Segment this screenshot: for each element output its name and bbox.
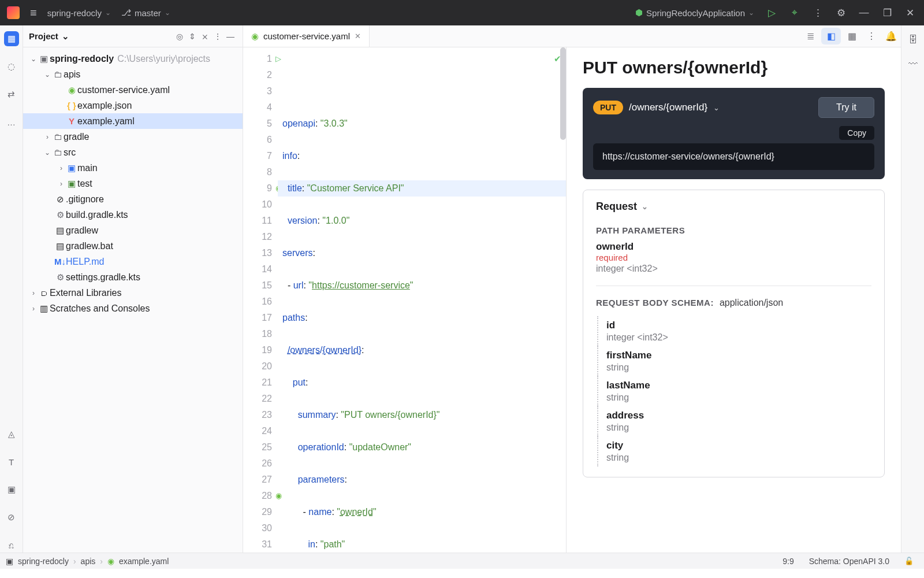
build-tool-icon[interactable]: T xyxy=(4,454,19,469)
scratches-icon: ▥ xyxy=(38,303,50,314)
markdown-file-icon: M↓ xyxy=(54,257,66,266)
left-toolstrip: ▦ ◌ ⇄ … ◬ T ▣ ⊘ ⎌ xyxy=(0,25,23,553)
tree-label: gradle xyxy=(64,132,89,142)
tree-file-gitignore[interactable]: ⊘ .gitignore xyxy=(23,191,243,207)
titlebar: ≡ spring-redocly ⌄ ⎇ master ⌄ ⬢ SpringRe… xyxy=(0,0,924,25)
commit-tool-icon[interactable]: ◌ xyxy=(4,59,19,74)
full-url: https://customer-service/owners/{ownerId… xyxy=(593,143,874,170)
editor-tab[interactable]: ◉ customer-service.yaml ✕ xyxy=(243,25,370,47)
source-folder-icon: ▣ xyxy=(66,163,77,173)
tree-folder-test[interactable]: › ▣ test xyxy=(23,176,243,191)
chevron-right-icon: › xyxy=(57,180,66,188)
more-actions-icon[interactable]: ⋮ xyxy=(812,7,824,19)
debug-button-icon[interactable]: ⌖ xyxy=(789,7,800,18)
settings-icon[interactable]: ⚙ xyxy=(835,7,847,19)
schema-field-type: string xyxy=(606,392,871,403)
tree-file-example-json[interactable]: { } example.json xyxy=(23,98,243,113)
editor-only-view-icon[interactable]: ≣ xyxy=(800,25,820,47)
project-panel-title[interactable]: Project ⌄ xyxy=(29,31,69,42)
tree-label: gradlew xyxy=(66,225,98,236)
main-menu-icon[interactable]: ≡ xyxy=(30,6,37,20)
schema-field-type: integer <int32> xyxy=(606,332,871,343)
tree-folder-main[interactable]: › ▣ main xyxy=(23,160,243,176)
tree-file-build-gradle-kts[interactable]: ⚙ build.gradle.kts xyxy=(23,207,243,223)
split-view-icon[interactable]: ◧ xyxy=(821,28,841,45)
problems-tool-icon[interactable]: ⊘ xyxy=(4,510,19,525)
services-tool-icon[interactable]: ◬ xyxy=(4,427,19,442)
chevron-down-icon: ⌄ xyxy=(105,9,111,17)
tree-file-gradlew[interactable]: ▤ gradlew xyxy=(23,223,243,238)
caret-position[interactable]: 9:9 xyxy=(778,557,798,566)
folder-icon: 🗀 xyxy=(52,132,64,142)
endpoints-tool-icon[interactable]: 〰 xyxy=(907,59,919,71)
breadcrumb[interactable]: ▣ spring-redocly › apis › ◉ example.yaml xyxy=(6,557,169,566)
tree-label: External Libraries xyxy=(50,288,122,298)
close-window-icon[interactable]: ✕ xyxy=(904,7,916,19)
chevron-down-icon: ⌄ xyxy=(165,9,170,17)
readonly-lock-icon[interactable]: 🔓 xyxy=(900,557,918,565)
param-type: integer <int32> xyxy=(596,264,871,274)
tree-external-libraries[interactable]: › ⫐ External Libraries xyxy=(23,285,243,301)
tree-label: example.yaml xyxy=(77,116,135,127)
hide-panel-icon[interactable]: — xyxy=(224,32,237,41)
schema-field-type: string xyxy=(606,362,871,373)
tree-root[interactable]: ⌄ ▣ spring-redocly C:\Users\yuriy\projec… xyxy=(23,51,243,66)
collapse-all-icon[interactable]: ⨯ xyxy=(199,32,211,41)
editor-tabbar: ◉ customer-service.yaml ✕ ≣ ◧ ▦ ⋮ 🔔 xyxy=(243,25,901,47)
tree-scratches[interactable]: › ▥ Scratches and Consoles xyxy=(23,301,243,316)
breadcrumb-item: spring-redocly xyxy=(18,557,69,566)
database-tool-icon[interactable]: 🗄 xyxy=(907,35,919,46)
right-toolstrip: 🗄 〰 xyxy=(901,25,924,553)
openapi-file-icon: ◉ xyxy=(66,85,77,95)
run-config-selector[interactable]: ⬢ SpringRedoclyApplication ⌄ xyxy=(635,8,754,18)
tree-folder-apis[interactable]: ⌄ 🗀 apis xyxy=(23,66,243,82)
tree-label: example.json xyxy=(77,101,132,111)
run-button-icon[interactable]: ▷ xyxy=(766,7,777,19)
chevron-right-icon: › xyxy=(57,164,66,172)
expand-all-icon[interactable]: ⇕ xyxy=(186,32,199,41)
chevron-down-icon: ⌄ xyxy=(29,55,38,63)
tree-file-settings-gradle-kts[interactable]: ⚙ settings.gradle.kts xyxy=(23,269,243,285)
chevron-down-icon[interactable]: ⌄ xyxy=(713,103,720,112)
schema-indicator[interactable]: Schema: OpenAPI 3.0 xyxy=(804,557,894,566)
vcs-tool-icon[interactable]: ⎌ xyxy=(4,538,19,553)
tree-folder-src[interactable]: ⌄ 🗀 src xyxy=(23,144,243,160)
schema-field-name: id xyxy=(606,320,871,331)
operation-heading: PUT owners/{ownerId} xyxy=(583,58,885,77)
project-tool-icon[interactable]: ▦ xyxy=(4,31,19,46)
chevron-right-icon: › xyxy=(29,289,38,297)
chevron-down-icon: ⌄ xyxy=(748,9,754,17)
request-header[interactable]: Request ⌄ xyxy=(596,201,871,213)
copy-button[interactable]: Copy xyxy=(839,126,874,140)
branch-name: master xyxy=(135,8,161,18)
panel-options-icon[interactable]: ⋮ xyxy=(211,32,224,41)
structure-tool-icon[interactable]: ⇄ xyxy=(4,87,19,102)
tree-label: apis xyxy=(64,69,80,80)
tree-label: settings.gradle.kts xyxy=(66,272,140,283)
minimize-window-icon[interactable]: — xyxy=(858,7,870,18)
more-tools-icon[interactable]: … xyxy=(4,114,19,129)
tree-label: src xyxy=(64,147,76,158)
schema-row: id integer <int32> xyxy=(597,316,871,346)
preview-only-view-icon[interactable]: ▦ xyxy=(842,25,862,47)
tree-file-help-md[interactable]: M↓ HELP.md xyxy=(23,254,243,269)
tree-folder-gradle[interactable]: › 🗀 gradle xyxy=(23,129,243,144)
script-file-icon: ▤ xyxy=(54,241,66,251)
maximize-window-icon[interactable]: ❐ xyxy=(881,7,893,19)
close-icon[interactable]: ✕ xyxy=(355,32,361,40)
tree-file-example-yaml[interactable]: Y example.yaml xyxy=(23,113,243,129)
project-selector[interactable]: spring-redocly ⌄ xyxy=(47,8,111,18)
code-editor[interactable]: ▷ ◉ ◉ 1234 5678 9101112 13141516 1718192… xyxy=(243,47,566,553)
code-lines[interactable]: ✔ openapi: "3.0.3" info: title: "Custome… xyxy=(278,47,566,553)
select-opened-file-icon[interactable]: ◎ xyxy=(173,32,186,41)
breadcrumb-sep-icon: › xyxy=(73,557,76,566)
branch-selector[interactable]: ⎇ master ⌄ xyxy=(121,8,170,18)
tree-file-customer-service[interactable]: ◉ customer-service.yaml xyxy=(23,82,243,98)
notifications-icon[interactable]: 🔔 xyxy=(881,25,901,47)
request-card: Request ⌄ PATH PARAMETERS ownerId requir… xyxy=(583,190,885,477)
tree-file-gradlew-bat[interactable]: ▤ gradlew.bat xyxy=(23,238,243,254)
terminal-tool-icon[interactable]: ▣ xyxy=(4,482,19,497)
tab-options-icon[interactable]: ⋮ xyxy=(862,25,881,47)
try-it-button[interactable]: Try it xyxy=(818,97,874,118)
tree-label: main xyxy=(77,163,98,173)
